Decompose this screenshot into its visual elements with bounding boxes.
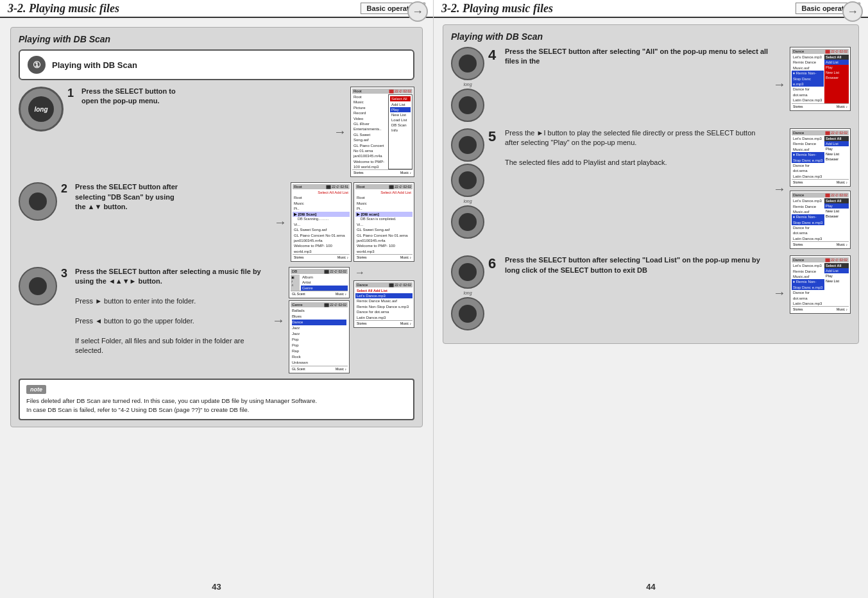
s4-latin: Latin Dance.mp3 (792, 98, 824, 103)
step3-file-title: Genre▓▓ 22 ⏱ 02:02 (291, 302, 348, 307)
s5p1-addlist: Add List (824, 141, 849, 146)
s5b-remix: Remix Dance Music.asf (792, 204, 824, 215)
step3-arrow: → (272, 313, 285, 328)
s2r-root: Root (355, 195, 413, 200)
left-page-title: 3-2. Playing music files (8, 2, 119, 15)
s1-item-record: Record (352, 110, 387, 115)
right-section-title: Playing with DB Scan (451, 31, 851, 42)
right-arrow-circle: → (842, 1, 863, 22)
s5a-remix: Remix Dance Music.asf (792, 141, 824, 152)
s3d-remix: Remix Dance Music.asf (355, 298, 413, 303)
s4-statusbar: StoriesMusic ♪ (792, 103, 849, 109)
s2l-jan: jan0100345.m4a (293, 238, 350, 243)
step2-content: Press the SELECT button afterselecting "… (75, 182, 270, 212)
s6-lets: Let's Dance.mp3 (792, 263, 824, 268)
step5-dev1 (451, 128, 484, 162)
step4-dev2 (451, 89, 484, 122)
step2-screens: Root▓▓ 22 ⏱ 02:51 Select All Add List Ro… (291, 182, 414, 262)
step4-dev2-inner (459, 96, 477, 114)
step4-num: 4 (488, 47, 501, 64)
s2r-picture: Pi.. (355, 206, 413, 211)
step5-num: 5 (488, 128, 501, 145)
step1-file-list: Root Music Picture Record Video GL iRive… (352, 94, 387, 169)
step6-popup: Select All Add List Play New List (824, 263, 849, 306)
step3-arrow2: → (355, 267, 414, 278)
s5b-latin: Latin Dance.mp3 (792, 236, 824, 241)
step5s1-title: Dance▓▓ 22 ⏱ 02:02 (792, 130, 849, 135)
step2-arrow: → (274, 215, 287, 230)
s5p1-newlist: New List (824, 151, 849, 157)
s3d-status: StoriesMusic ♪ (355, 320, 413, 326)
p1-newlist: New List (390, 112, 411, 117)
s6p-title: Select All (824, 263, 849, 268)
s5p2-newlist: New List (824, 209, 849, 214)
s5p1-title: Select All (824, 136, 849, 141)
s6p-play: Play (824, 273, 849, 278)
step3-num: 3 (61, 267, 71, 280)
left-section-title: Playing with DB Scan (19, 34, 414, 44)
step6-body: Let's Dance.mp3 Remix Dance Music.asf ♦ … (792, 263, 849, 306)
step3-genre-list-container: ▣ ♪ ♫ Album Artist Genre (291, 275, 348, 291)
left-page-num: 43 (212, 582, 221, 592)
p1-info: Info (390, 128, 411, 133)
step3-cats: Album Artist Genre (301, 275, 348, 291)
right-content: Playing with DB Scan long 4 Press the (434, 18, 868, 357)
step3-file-screen: Genre▓▓ 22 ⏱ 02:02 Ballads Blues Dance J… (289, 300, 350, 373)
left-arrow-circle: → (407, 1, 428, 22)
g-unknown: Unknown (292, 361, 308, 364)
step5-text: Press the ►I button to play the selected… (505, 128, 769, 168)
left-header: 3-2. Playing music files Basic operation… (0, 0, 433, 18)
s5b-statusbar: StoriesMusic ♪ (792, 241, 849, 247)
s3-album: Album (301, 275, 348, 280)
step1-screen: Root▓▓ 22 ⏱ 02:02 Root Music Picture Rec… (350, 87, 414, 177)
p1-addlist: Add List (390, 102, 411, 107)
step6-dev1 (451, 255, 484, 289)
s5p1-browser: Browser (824, 157, 849, 162)
s2r-jan: jan0100345.m4a (355, 238, 413, 243)
s2l-dbscan-highlight: ▶ [DB Scan] (293, 212, 350, 217)
step2-device-inner (29, 192, 47, 210)
s5p2-title: Select All (824, 198, 849, 203)
s3d-nonstop: Remix Non-Stop Dance s.mp3 (355, 304, 413, 309)
s1-item-gl: GL iRiver Entertainments.. (352, 121, 387, 132)
step5s2-files: Let's Dance.mp3 Remix Dance Music.asf ♦ … (792, 198, 824, 241)
step2-right-title: Root▓▓ 22 ⏱ 02:02 (355, 184, 413, 189)
intro-text: Playing with DB Scan (52, 60, 137, 70)
step5-arrow: → (773, 182, 786, 196)
step6-num: 6 (488, 255, 501, 272)
s2r-complete: DB Scan is completed. (355, 217, 413, 222)
step4-popup: Select All Add List Play New List Browse… (824, 55, 849, 103)
step6-dev2-inner (459, 305, 477, 323)
s5p1-play: Play (824, 146, 849, 151)
right-page-num: 44 (646, 582, 655, 592)
step-4-row: long 4 Press the SELECT button after sel… (451, 47, 851, 122)
step1-content: Press the SELECT button toopen the pop-u… (81, 87, 330, 107)
step6-dev2 (451, 297, 484, 330)
step4-arrow: → (773, 77, 786, 92)
s1-item-video: Video (352, 116, 387, 121)
step5-dev2-label: long (451, 199, 484, 203)
step3-text: Press the SELECT button after selecting … (75, 267, 268, 356)
step-3-block: 3 Press the SELECT button after selectin… (19, 267, 414, 373)
s4p-play: Play (824, 65, 849, 70)
step5s1-popup: Select All Add List Play New List Browse… (824, 136, 849, 179)
g-pop1: Pop (292, 337, 299, 341)
left-content: Playing with DB Scan ① Playing with DB S… (0, 18, 433, 443)
step2-left-title: Root▓▓ 22 ⏱ 02:51 (293, 184, 350, 189)
step3-genre-title: DB▓▓ 22 ⏱ 02:02 (291, 269, 348, 274)
g-blues: Blues (292, 314, 302, 318)
g-ballads: Ballads (292, 309, 305, 312)
step4-text: Press the SELECT button after selecting … (505, 47, 769, 67)
s1-item-root: Root (352, 94, 387, 99)
s1-item-welcome: Welcome to PMP- 100 world.mp3 (352, 159, 387, 170)
step3-dance-title: Dance▓▓ 22 ⏱ 02:02 (355, 282, 413, 287)
step-6-row: long 6 Press the SELECT button after sel… (451, 255, 851, 330)
s3f-status: GL ScentMusic ♪ (291, 366, 348, 372)
step-2-block: 2 Press the SELECT button afterselecting… (19, 182, 414, 262)
step2-right-actions: Select All Add List (355, 190, 413, 195)
s6-latin: Latin Dance.mp3 (792, 301, 824, 306)
right-page-title: 3-2. Playing music files (441, 2, 553, 15)
intro-circle: ① (28, 56, 46, 74)
step5s1-files: Let's Dance.mp3 Remix Dance Music.asf ♦ … (792, 136, 824, 179)
step4-devices: long (451, 47, 484, 122)
